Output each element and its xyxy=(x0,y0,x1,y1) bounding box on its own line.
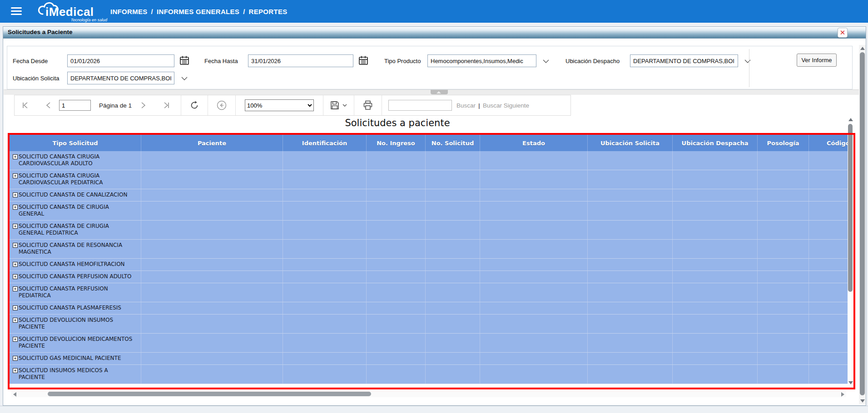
first-page-button[interactable] xyxy=(17,95,34,115)
empty-cell xyxy=(367,302,426,314)
empty-cell xyxy=(426,334,480,352)
empty-cell xyxy=(141,365,283,384)
buscar-link[interactable]: Buscar xyxy=(456,102,476,109)
solicitud-label: SOLICITUD INSUMOS MEDICOS A PACIENTE xyxy=(19,367,135,381)
empty-cell xyxy=(809,283,848,302)
breadcrumb-informes-generales[interactable]: INFORMES GENERALES xyxy=(157,8,239,15)
tipo-solicitud-cell: SOLICITUD INSUMOS MEDICOS A PACIENTE xyxy=(10,365,141,384)
search-input[interactable] xyxy=(388,100,452,111)
empty-cell xyxy=(426,259,480,270)
empty-cell xyxy=(367,315,426,333)
empty-cell xyxy=(480,302,588,314)
empty-cell xyxy=(673,365,758,384)
empty-cell xyxy=(809,202,848,220)
filter-divider xyxy=(749,49,749,87)
print-icon[interactable] xyxy=(354,95,382,115)
breadcrumb-informes[interactable]: INFORMES xyxy=(110,8,148,15)
buscar-siguiente-link[interactable]: Buscar Siguiente xyxy=(483,102,529,109)
expand-plus-icon[interactable] xyxy=(13,262,18,267)
menu-icon[interactable] xyxy=(11,7,22,15)
empty-cell xyxy=(758,365,809,384)
tipo-producto-input[interactable] xyxy=(427,54,536,67)
chevron-down-icon[interactable] xyxy=(542,58,550,65)
empty-cell xyxy=(758,151,809,170)
previous-page-button[interactable] xyxy=(41,95,55,115)
breadcrumb: INFORMES / INFORMES GENERALES / REPORTES xyxy=(110,0,288,23)
scroll-left-icon[interactable] xyxy=(13,392,16,397)
calendar-icon[interactable] xyxy=(358,55,369,66)
expand-plus-icon[interactable] xyxy=(13,368,18,373)
tipo-solicitud-cell: SOLICITUD CANASTA PERFUSION PEDIATRICA xyxy=(10,283,141,302)
chevron-down-icon[interactable] xyxy=(744,58,751,65)
empty-cell xyxy=(588,170,673,189)
calendar-icon[interactable] xyxy=(179,55,190,66)
empty-cell xyxy=(809,170,848,189)
last-page-button[interactable] xyxy=(158,95,174,115)
table-row: SOLICITUD CANASTA DE CIRUGIA GENERAL xyxy=(10,202,848,221)
empty-cell xyxy=(283,283,367,302)
column-header: Estado xyxy=(480,135,588,151)
save-export-icon[interactable] xyxy=(323,95,354,115)
expand-plus-icon[interactable] xyxy=(13,154,18,159)
empty-cell xyxy=(367,283,426,302)
expand-plus-icon[interactable] xyxy=(13,356,18,361)
ver-informe-button[interactable]: Ver Informe xyxy=(797,54,837,67)
ubicacion-solicita-input[interactable] xyxy=(67,72,174,84)
expand-plus-icon[interactable] xyxy=(13,286,18,291)
expand-plus-icon[interactable] xyxy=(13,205,18,210)
empty-cell xyxy=(809,151,848,170)
scroll-right-icon[interactable] xyxy=(841,392,844,397)
window-vertical-scrollbar-thumb[interactable] xyxy=(860,52,865,395)
breadcrumb-separator: / xyxy=(243,8,245,15)
empty-cell xyxy=(426,189,480,201)
empty-cell xyxy=(141,240,283,258)
refresh-icon[interactable] xyxy=(181,95,208,115)
horizontal-scrollbar-thumb[interactable] xyxy=(48,392,371,396)
empty-cell xyxy=(283,353,367,364)
empty-cell xyxy=(673,334,758,352)
expand-plus-icon[interactable] xyxy=(13,274,18,279)
empty-cell xyxy=(809,315,848,333)
fecha-hasta-input[interactable] xyxy=(248,54,353,67)
empty-cell xyxy=(367,151,426,170)
expand-plus-icon[interactable] xyxy=(13,173,18,178)
expand-plus-icon[interactable] xyxy=(13,305,18,310)
empty-cell xyxy=(588,334,673,352)
tipo-solicitud-cell: SOLICITUD GAS MEDICINAL PACIENTE xyxy=(10,353,141,364)
expand-plus-icon[interactable] xyxy=(13,337,18,342)
empty-cell xyxy=(426,170,480,189)
next-page-button[interactable] xyxy=(136,95,151,115)
empty-cell xyxy=(809,334,848,352)
breadcrumb-reportes[interactable]: REPORTES xyxy=(249,8,288,15)
page-footer xyxy=(0,406,868,413)
scroll-down-icon[interactable] xyxy=(848,381,853,384)
empty-cell xyxy=(141,189,283,201)
ubicacion-despacho-input[interactable] xyxy=(630,54,738,67)
tipo-solicitud-cell: SOLICITUD CANASTA HEMOFILTRACION xyxy=(10,259,141,270)
chevron-down-icon[interactable] xyxy=(181,75,188,82)
empty-cell xyxy=(673,271,758,283)
empty-cell xyxy=(673,221,758,239)
empty-cell xyxy=(758,189,809,201)
expand-plus-icon[interactable] xyxy=(13,318,18,323)
fecha-desde-input[interactable] xyxy=(67,54,174,67)
empty-cell xyxy=(809,259,848,270)
page-number-input[interactable] xyxy=(59,100,91,111)
zoom-select[interactable]: 100% xyxy=(245,99,314,111)
scroll-up-icon[interactable] xyxy=(848,118,853,121)
scroll-down-icon[interactable] xyxy=(860,399,865,403)
window-vertical-scrollbar[interactable] xyxy=(859,45,866,404)
expand-plus-icon[interactable] xyxy=(13,192,18,197)
empty-cell xyxy=(141,283,283,302)
scroll-up-icon[interactable] xyxy=(860,47,865,50)
expand-plus-icon[interactable] xyxy=(13,243,18,248)
empty-cell xyxy=(758,221,809,239)
horizontal-scrollbar[interactable] xyxy=(11,391,846,397)
report-vertical-scrollbar-thumb[interactable] xyxy=(848,124,853,292)
close-icon[interactable]: ✕ xyxy=(838,28,848,38)
back-to-parent-icon[interactable] xyxy=(208,95,235,115)
expand-plus-icon[interactable] xyxy=(13,224,18,229)
collapse-panel-handle[interactable] xyxy=(431,90,448,94)
empty-cell xyxy=(809,353,848,364)
column-header: Tipo Solicitud xyxy=(10,135,141,151)
